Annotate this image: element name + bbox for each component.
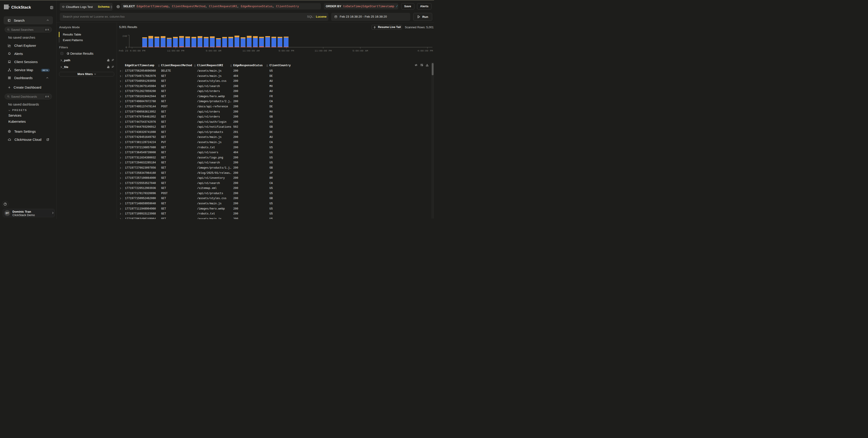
svg-text:4:00:00 PM: 4:00:00 PM <box>417 49 433 52</box>
svg-text:11:00:00 PM: 11:00:00 PM <box>167 49 184 52</box>
svg-text:11:00:00 AM: 11:00:00 AM <box>243 49 260 52</box>
svg-text:240: 240 <box>122 35 127 37</box>
svg-text:5:00:00 AM: 5:00:00 AM <box>206 49 221 52</box>
svg-text:5:00:00 AM: 5:00:00 AM <box>352 49 368 52</box>
svg-text:11:00:00 PM: 11:00:00 PM <box>315 49 332 52</box>
svg-text:Feb 23 4:00:00 PM: Feb 23 4:00:00 PM <box>119 49 145 52</box>
svg-text:0: 0 <box>126 46 127 49</box>
svg-text:5:00:00 PM: 5:00:00 PM <box>278 49 294 52</box>
